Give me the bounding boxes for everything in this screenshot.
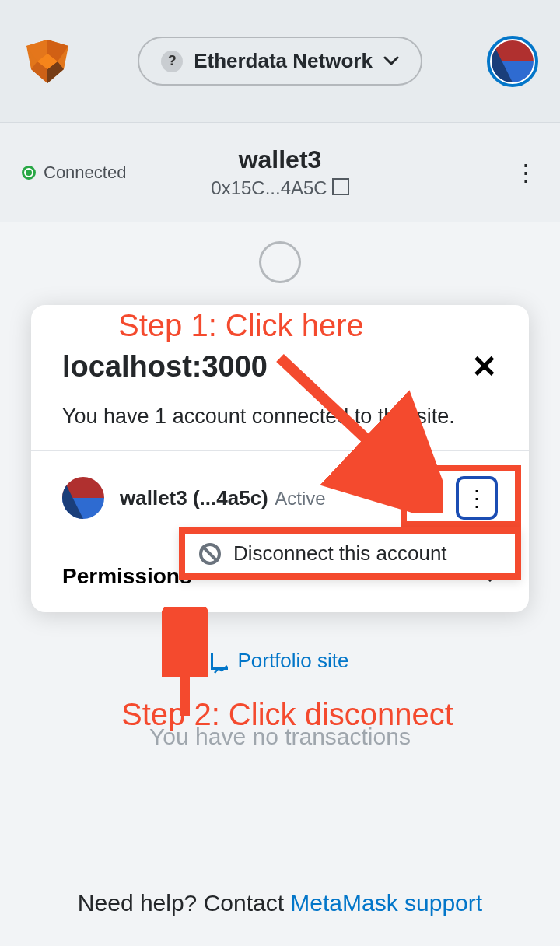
connection-status[interactable]: Connected xyxy=(22,163,126,183)
connected-account-row: wallet3 (...4a5c) Active ⋮ Disconnect th… xyxy=(31,450,529,545)
annotation-highlight-box xyxy=(401,465,521,527)
copy-icon xyxy=(335,181,349,195)
metamask-logo-icon xyxy=(22,38,73,85)
help-text: Need help? Contact MetaMask support xyxy=(0,890,560,916)
help-prefix: Need help? Contact xyxy=(78,890,291,916)
loading-spinner-icon xyxy=(259,241,301,283)
permissions-label: Permissions xyxy=(62,564,192,589)
modal-title: localhost:3000 xyxy=(62,350,268,384)
connected-account-name: wallet3 (...4a5c) xyxy=(120,486,268,510)
connected-dot-icon xyxy=(22,166,36,180)
chevron-down-icon xyxy=(383,54,399,68)
connected-account-status: Active xyxy=(275,488,325,509)
disconnect-menu-item[interactable]: Disconnect this account xyxy=(179,527,521,580)
support-link[interactable]: MetaMask support xyxy=(290,890,482,916)
account-avatar-icon xyxy=(62,477,104,519)
connected-sites-modal: localhost:3000 ✕ You have 1 account conn… xyxy=(31,305,529,612)
prohibit-icon xyxy=(199,543,221,565)
portfolio-link-text: Portfolio site xyxy=(237,649,348,673)
close-icon[interactable]: ✕ xyxy=(471,349,498,384)
disconnect-label: Disconnect this account xyxy=(233,541,447,566)
modal-subtitle: You have 1 account connected to this sit… xyxy=(62,405,498,429)
account-avatar[interactable] xyxy=(487,36,538,87)
network-selector[interactable]: ? Etherdata Network xyxy=(138,37,422,86)
account-address: 0x15C...4A5C xyxy=(211,177,327,199)
portfolio-site-link[interactable]: Portfolio site xyxy=(0,649,560,673)
header: ? Etherdata Network xyxy=(0,0,560,123)
account-menu-button[interactable]: ⋮ xyxy=(514,159,538,186)
network-unknown-icon: ? xyxy=(161,51,183,72)
modal-header: localhost:3000 ✕ You have 1 account conn… xyxy=(31,305,529,450)
network-name: Etherdata Network xyxy=(194,49,373,73)
account-bar: Connected wallet3 0x15C...4A5C ⋮ xyxy=(0,123,560,222)
avatar-icon xyxy=(492,40,534,82)
no-transactions-text: You have no transactions xyxy=(0,724,560,750)
connected-label: Connected xyxy=(44,163,126,183)
metamask-popup: ? Etherdata Network Connected wallet3 0x… xyxy=(0,0,560,946)
chart-icon xyxy=(211,653,228,670)
